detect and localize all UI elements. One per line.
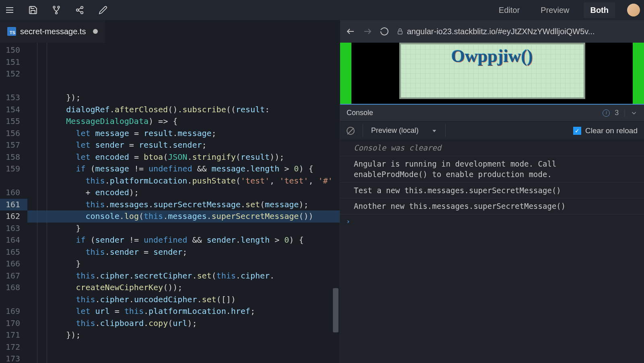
avatar[interactable] [627,4,640,16]
code-line[interactable]: if (sender != undefined && sender.length… [27,234,340,246]
code-line[interactable]: let encoded = btoa(JSON.stringify(result… [27,151,340,163]
svg-point-6 [81,6,83,9]
console-line: Angular is running in development mode. … [340,156,644,183]
code-line[interactable]: + encoded); [27,187,340,199]
code-line[interactable]: }); [27,329,340,341]
code-line[interactable]: this.cipher.uncodedCipher.set([]) [27,294,340,306]
svg-point-7 [76,9,79,11]
code-line[interactable]: this.cipher.secretCipher.set(this.cipher… [27,270,340,282]
forward-icon[interactable] [363,27,372,36]
top-toolbar: Editor Preview Both [0,0,644,20]
back-icon[interactable] [346,27,355,36]
console-line: Console was cleared [340,140,644,156]
dirty-indicator [93,29,98,34]
tab-filename: secret-message.ts [20,27,86,36]
svg-point-3 [53,6,55,8]
edit-icon[interactable] [97,4,109,16]
clear-console-icon[interactable] [347,127,355,135]
console-info-count: 3 [615,109,619,117]
console-line: Test a new this.messages.superSecretMess… [340,183,644,199]
save-icon[interactable] [27,4,39,16]
url-text: angular-io23.stackblitz.io/#eyJtZXNzYWdl… [407,27,594,36]
svg-line-9 [78,8,81,10]
preview-text: Owppjiw() [451,46,533,66]
reload-icon[interactable] [380,27,389,36]
code-line[interactable]: MessageDialogData) => { [27,116,340,128]
code-line[interactable]: this.platformLocation.pushState('test', … [27,175,340,187]
editor-scrollbar[interactable] [333,288,339,332]
fork-icon[interactable] [51,4,62,16]
console-prompt[interactable] [340,214,644,228]
code-line[interactable]: }); [27,92,340,104]
code-line[interactable]: createNewCipherKey()); [27,282,340,294]
clear-on-reload-checkbox[interactable]: ✓ [573,127,581,135]
code-area[interactable]: }); dialogRef.afterClosed().subscribe((r… [27,43,340,363]
clear-on-reload-label: Clear on reload [585,126,638,135]
right-pane: angular-io23.stackblitz.io/#eyJtZXNzYWdl… [340,43,644,363]
code-line[interactable]: if (message != undefined && message.leng… [27,163,340,175]
preview-area[interactable]: Owppjiw() [340,43,644,104]
lock-icon [396,28,404,35]
svg-rect-22 [398,31,402,34]
menu-icon[interactable] [4,4,15,16]
view-preview-button[interactable]: Preview [534,2,576,18]
file-tab[interactable]: TS secret-message.ts [0,20,105,43]
view-editor-button[interactable]: Editor [492,2,526,18]
share-icon[interactable] [74,4,85,16]
console-line: Another new this.messages.superSecretMes… [340,198,644,214]
editor-pane[interactable]: 150151152 153154155156157158159 16016116… [0,43,340,363]
code-line[interactable]: console.log(this.messages.superSecretMes… [27,210,340,223]
typescript-icon: TS [7,27,16,36]
console-tab-label: Console [347,109,373,117]
console-toolbar: Preview (local) ✓ Clear on reload [340,122,644,140]
svg-line-10 [78,10,81,12]
code-line[interactable]: dialogRef.afterClosed().subscribe((resul… [27,104,340,116]
code-line[interactable]: this.sender = sender; [27,246,340,258]
svg-point-5 [56,12,58,14]
line-gutter: 150151152 153154155156157158159 16016116… [0,43,27,363]
code-line[interactable]: let url = this.platformLocation.href; [27,305,340,318]
browser-bar: angular-io23.stackblitz.io/#eyJtZXNzYWdl… [340,20,644,43]
code-line[interactable]: this.messages.superSecretMessage.set(mes… [27,199,340,211]
code-line[interactable]: let message = result.message; [27,128,340,140]
console-context-dropdown[interactable]: Preview (local) [363,124,446,137]
code-line[interactable]: } [27,258,340,270]
console-tab-header[interactable]: Console i 3 | [340,104,644,122]
code-line[interactable]: } [27,223,340,235]
code-line[interactable]: let sender = result.sender; [27,139,340,151]
svg-point-4 [58,6,60,8]
info-icon: i [603,109,610,117]
code-line[interactable]: this.clipboard.copy(url); [27,318,340,330]
view-both-button[interactable]: Both [584,2,615,18]
dropdown-caret-icon [431,128,437,134]
url-bar[interactable]: angular-io23.stackblitz.io/#eyJtZXNzYWdl… [396,27,638,36]
svg-marker-23 [432,130,436,132]
console-body[interactable]: Console was clearedAngular is running in… [340,140,644,363]
chevron-down-icon[interactable] [630,109,638,117]
svg-point-8 [81,12,83,14]
